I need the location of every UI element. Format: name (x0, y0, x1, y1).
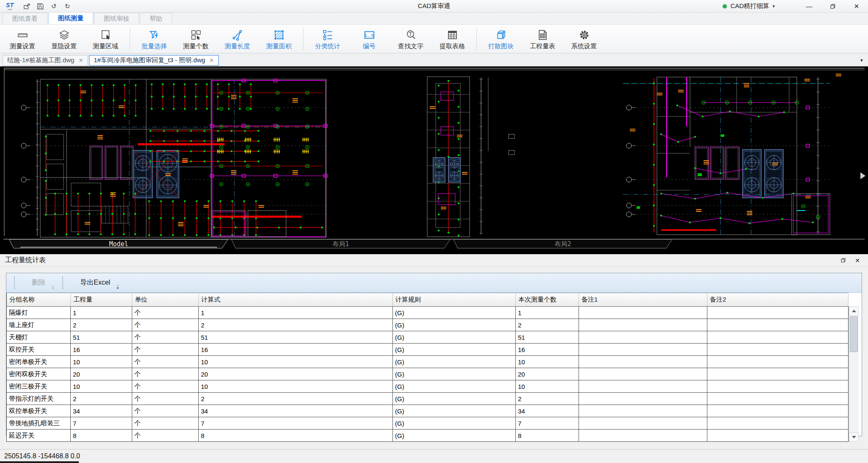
cell[interactable] (707, 331, 849, 344)
cell[interactable] (707, 307, 849, 319)
cell[interactable]: 带接地插孔暗装三 (7, 417, 71, 430)
ribbon-item-measure-length[interactable]: 测量长度 (217, 26, 258, 52)
cell[interactable]: 8 (71, 430, 132, 442)
cad-canvas[interactable]: Model布局1布局2 (0, 67, 868, 254)
ribbon-item-measure-region[interactable]: 测量区域 (85, 26, 126, 52)
tab-help[interactable]: 帮助 (140, 13, 172, 24)
cell[interactable]: (G) (393, 417, 516, 430)
cell[interactable]: (G) (393, 344, 516, 356)
cell[interactable]: 密闭双极开关 (7, 368, 71, 380)
column-header[interactable]: 备注1 (579, 293, 707, 307)
column-header[interactable]: 工程量 (71, 293, 132, 307)
ribbon-item-numbering[interactable]: 1…N编号 (348, 26, 390, 52)
tab-drawing-review[interactable]: 图纸审核 (94, 13, 139, 24)
table-row[interactable]: 双控单极开关34个34(G)34 (7, 405, 849, 417)
cell[interactable]: 密闭单极开关 (7, 356, 71, 368)
cell[interactable] (707, 368, 849, 380)
cell[interactable]: 个 (132, 356, 199, 368)
redo-icon[interactable]: ↻ (62, 2, 73, 11)
table-row[interactable]: 墙上座灯2个2(G)2 (7, 319, 849, 331)
ribbon-item-find-text[interactable]: T查找文字 (390, 26, 431, 52)
cell[interactable] (707, 393, 849, 405)
cell[interactable] (579, 430, 707, 442)
column-header[interactable]: 单位 (132, 293, 199, 307)
cell[interactable]: 20 (516, 368, 579, 380)
cell[interactable]: 个 (132, 344, 199, 356)
table-row[interactable]: 密闭双极开关20个20(G)20 (7, 368, 849, 380)
cell[interactable]: 16 (71, 344, 132, 356)
ribbon-item-quantity-table[interactable]: 工程量表 (522, 26, 563, 52)
cell[interactable]: (G) (393, 368, 516, 380)
cell[interactable]: 个 (132, 430, 199, 442)
table-row[interactable]: 双控开关16个16(G)16 (7, 344, 849, 356)
cell[interactable]: (G) (393, 405, 516, 417)
cell[interactable] (579, 331, 707, 344)
cell[interactable]: 7 (71, 417, 132, 430)
table-row[interactable]: 带指示灯的开关2个2(G)2 (7, 393, 849, 405)
cell[interactable] (579, 344, 707, 356)
minimize-button[interactable]: — (802, 1, 816, 11)
float-panel-icon[interactable] (837, 256, 849, 265)
ribbon-item-measure-settings[interactable]: 测量设置 (2, 26, 43, 52)
table-row[interactable]: 延迟开关8个8(G)8 (7, 430, 849, 442)
tab-overflow-icon[interactable]: ▼ (860, 58, 864, 63)
cell[interactable]: 个 (132, 417, 199, 430)
ribbon-item-measure-area[interactable]: 测量面积 (258, 26, 300, 52)
ribbon-item-system-settings[interactable]: 系统设置 (563, 26, 605, 52)
cell[interactable] (579, 405, 707, 417)
cell[interactable]: 个 (132, 405, 199, 417)
table-row[interactable]: 隔爆灯1个1(G)1 (7, 307, 849, 319)
layout-tab-layout1[interactable]: 布局1 (231, 239, 450, 248)
cad-drawing[interactable]: Model布局1布局2 (0, 67, 868, 254)
cell[interactable]: 个 (132, 393, 199, 405)
ribbon-item-visibility-settings[interactable]: 显隐设置 (43, 26, 85, 52)
cell[interactable]: 10 (71, 356, 132, 368)
cell[interactable]: 7 (199, 417, 393, 430)
column-header[interactable]: 备注2 (707, 293, 849, 307)
cell[interactable]: 双控单极开关 (7, 405, 71, 417)
cell[interactable] (707, 380, 849, 393)
cell[interactable]: 个 (132, 331, 199, 344)
cell[interactable]: 51 (199, 331, 393, 344)
undo-icon[interactable]: ↺ (48, 2, 59, 11)
cell[interactable]: (G) (393, 307, 516, 319)
account-menu[interactable]: CAD精打细算 ▼ (723, 2, 776, 10)
cell[interactable]: 10 (71, 380, 132, 393)
cell[interactable]: (G) (393, 380, 516, 393)
cell[interactable]: 个 (132, 380, 199, 393)
cell[interactable]: 34 (199, 405, 393, 417)
cell[interactable]: (G) (393, 331, 516, 344)
cell[interactable]: 隔爆灯 (7, 307, 71, 319)
tab-drawing-measure[interactable]: 图纸测量 (48, 12, 93, 24)
cell[interactable]: 20 (71, 368, 132, 380)
ribbon-item-batch-select[interactable]: 批量选择 (134, 26, 175, 52)
table-row[interactable]: 密闭单极开关10个10(G)10 (7, 356, 849, 368)
cell[interactable]: 双控开关 (7, 344, 71, 356)
dropdown-arrow-icon[interactable]: ▾ (117, 286, 119, 290)
cell[interactable]: 延迟开关 (7, 430, 71, 442)
cell[interactable]: 34 (516, 405, 579, 417)
cell[interactable]: 34 (71, 405, 132, 417)
cell[interactable]: (G) (393, 430, 516, 442)
doc-tab-0[interactable]: 结施-1#桩基施工图.dwg✕ (3, 55, 88, 66)
cell[interactable] (579, 356, 707, 368)
cell[interactable]: 16 (516, 344, 579, 356)
cell[interactable] (579, 307, 707, 319)
export-excel-button[interactable]: 导出Excel▾ (67, 273, 121, 292)
cell[interactable]: 2 (71, 319, 132, 331)
ribbon-item-explode-block[interactable]: 打散图块 (480, 26, 522, 52)
cell[interactable] (707, 417, 849, 430)
cell[interactable]: 51 (516, 331, 579, 344)
cell[interactable]: 个 (132, 319, 199, 331)
ribbon-item-classify-stats[interactable]: 分类统计 (307, 26, 348, 52)
cell[interactable] (579, 380, 707, 393)
cell[interactable]: 10 (516, 356, 579, 368)
cell[interactable] (707, 356, 849, 368)
cell[interactable]: 1 (516, 307, 579, 319)
column-header[interactable]: 计算规则 (393, 293, 516, 307)
cell[interactable] (579, 319, 707, 331)
cell[interactable]: 16 (199, 344, 393, 356)
cell[interactable]: (G) (393, 356, 516, 368)
cell[interactable]: 2 (199, 319, 393, 331)
save-icon[interactable] (35, 2, 46, 11)
